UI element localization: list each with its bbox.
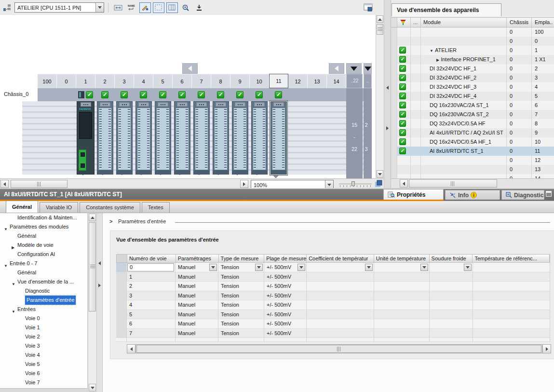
inspector-tab-info[interactable]: Infoi — [445, 190, 500, 200]
scroll-right-icon[interactable] — [542, 344, 551, 353]
edit-view-toggle-icon[interactable] — [139, 2, 151, 13]
table-row[interactable]: ✓DQ 32x24VDC/0.5A HF08 — [391, 119, 554, 128]
temp-unit-cell[interactable] — [374, 300, 430, 310]
column-header-temp-rature-de-r-f-renc[interactable]: Température de référenc... — [473, 255, 550, 262]
channel-number-field[interactable]: 0 — [127, 263, 174, 271]
module-slot-2[interactable] — [97, 101, 113, 175]
table-row[interactable]: ✓▼ATELIER01 — [391, 46, 554, 55]
settings-cell[interactable]: Manuel — [176, 263, 218, 272]
row-selector[interactable] — [391, 174, 397, 178]
module-slot-6[interactable] — [174, 101, 190, 175]
cold-junction-cell[interactable] — [430, 282, 473, 291]
module-slot-1[interactable]: SIEMENS — [77, 101, 95, 175]
columns-toggle-icon[interactable] — [166, 2, 178, 13]
scroll-modules-left-button[interactable] — [182, 63, 198, 74]
collapsed-slot-group-partial[interactable]: .. 23 — [364, 74, 372, 178]
row-selector[interactable] — [391, 156, 397, 165]
row-selector[interactable] — [391, 165, 397, 174]
cold-junction-cell[interactable] — [430, 291, 473, 300]
row-selector[interactable] — [391, 82, 397, 92]
scroll-up-icon[interactable] — [377, 15, 383, 23]
slot-header-12[interactable]: 12 — [288, 74, 308, 88]
module-name-cell[interactable]: AI 8xU/I/RTD/TC ST_1 — [421, 147, 507, 156]
nav-item-voie-6[interactable]: Voie 6 — [0, 369, 87, 378]
inspector-tab-diagnostic[interactable]: Diagnostic — [501, 190, 544, 200]
row-selector[interactable] — [391, 128, 397, 137]
collapse-right-icon[interactable] — [386, 126, 389, 130]
row-selector[interactable] — [391, 137, 397, 147]
hscroll-thumb[interactable] — [11, 180, 68, 188]
measure-type-cell[interactable]: Tension — [218, 282, 264, 291]
collapsed-group-header[interactable]: ..22 — [346, 74, 363, 88]
settings-cell[interactable]: Manuel — [176, 319, 218, 328]
module-slot-10[interactable] — [251, 101, 268, 175]
zoom-in-icon[interactable] — [180, 2, 191, 13]
temp-unit-cell[interactable] — [374, 329, 430, 338]
slot-header-10[interactable]: 10 — [250, 74, 269, 88]
row-selector[interactable] — [391, 92, 397, 101]
channel-number-cell[interactable]: 5 — [127, 310, 176, 319]
table-row[interactable]: ✓DI 32x24VDC HF_203 — [391, 73, 554, 82]
channel-row-7[interactable]: 7ManuelTension+/- 500mV — [116, 329, 550, 338]
temp-coefficient-cell[interactable] — [307, 329, 374, 338]
module-name-cell[interactable] — [421, 174, 507, 178]
row-selector[interactable] — [116, 300, 127, 310]
station-icon[interactable] — [2, 2, 13, 13]
row-selector[interactable] — [391, 101, 397, 110]
cold-junction-cell[interactable] — [430, 263, 473, 272]
row-selector[interactable] — [391, 119, 397, 128]
module-name-cell[interactable]: DQ 16x24VDC/0.5A HF_1 — [421, 137, 507, 147]
column-header-type-de-mesure[interactable]: Type de mesure — [219, 255, 265, 262]
row-selector[interactable] — [116, 291, 127, 300]
float-panel-icon[interactable] — [546, 191, 552, 197]
device-view-canvas[interactable]: ATELIERDI 32x24VDC HF_1DI 32x24VDC HF_2D… — [0, 15, 376, 178]
settings-cell[interactable]: Manuel — [176, 282, 218, 291]
module-name-cell[interactable] — [421, 27, 507, 37]
reference-temp-cell[interactable] — [473, 310, 550, 319]
scroll-down-icon[interactable] — [89, 384, 96, 392]
slot-header-6[interactable]: 6 — [173, 74, 192, 88]
row-selector[interactable] — [391, 64, 397, 73]
table-row[interactable]: 0100 — [391, 27, 554, 37]
header-slot-column[interactable]: Empla.. — [532, 18, 554, 27]
collapse-group-button-partial[interactable] — [364, 63, 372, 74]
channel-number-cell[interactable]: 1 — [127, 272, 176, 282]
nav-item-mod-le-de-voie[interactable]: ▶Modèle de voie — [0, 241, 87, 250]
cold-junction-cell[interactable] — [430, 319, 473, 328]
temp-coefficient-cell[interactable] — [307, 310, 374, 319]
table-row[interactable]: ✓▶Interface PROFINET_101 X1 — [391, 55, 554, 64]
temp-coefficient-cell[interactable] — [307, 263, 374, 272]
fit-to-view-icon[interactable] — [375, 180, 382, 188]
nav-item-voie-2[interactable]: Voie 2 — [0, 332, 87, 341]
header-module-column[interactable]: Module — [421, 18, 507, 27]
column-header-soudure-froide[interactable]: Soudure froide — [430, 255, 473, 262]
inspector-tab-propri-t-s[interactable]: Propriétés — [383, 189, 444, 200]
row-selector[interactable] — [391, 37, 397, 46]
channel-row-5[interactable]: 5ManuelTension+/- 500mV — [116, 310, 550, 320]
row-selector[interactable] — [391, 110, 397, 119]
reference-temp-cell[interactable] — [473, 272, 550, 282]
row-selector[interactable] — [116, 319, 127, 328]
nav-item-voie-0[interactable]: Voie 0 — [0, 314, 87, 323]
dropdown-icon[interactable] — [464, 264, 472, 271]
device-overview-hscrollbar[interactable] — [391, 178, 554, 188]
collapse-group-button[interactable] — [346, 63, 362, 74]
scroll-modules-left-button-2[interactable] — [329, 63, 344, 74]
measure-type-cell[interactable]: Tension — [218, 300, 264, 310]
cold-junction-cell[interactable] — [430, 300, 473, 310]
collapse-right-icon[interactable] — [98, 284, 101, 287]
channel-row-1[interactable]: 1ManuelTension+/- 500mV — [116, 272, 550, 282]
column-header-unit-de-temp-rature[interactable]: Unité de température — [374, 255, 430, 262]
module-slot-7[interactable] — [193, 101, 210, 175]
reference-temp-cell[interactable] — [473, 291, 550, 300]
settings-cell[interactable]: Manuel — [176, 329, 218, 338]
vscroll-thumb[interactable] — [89, 222, 96, 311]
temp-coefficient-cell[interactable] — [307, 282, 374, 291]
table-row[interactable]: ✓DQ 16x24VDC/0.5A HF_1010 — [391, 137, 554, 147]
row-selector[interactable] — [116, 263, 127, 272]
zoom-slider-thumb[interactable] — [351, 181, 355, 186]
scroll-left-icon[interactable] — [0, 180, 9, 188]
scroll-left-icon[interactable] — [127, 344, 135, 353]
measure-type-cell[interactable]: Tension — [218, 263, 264, 272]
header-chassis-column[interactable]: Châssis — [507, 18, 532, 27]
